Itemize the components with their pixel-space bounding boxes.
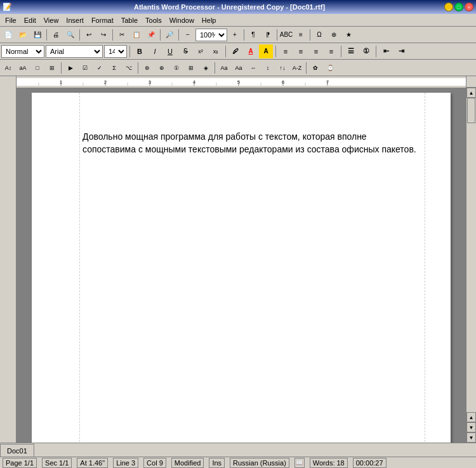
horizontal-ruler[interactable]: 1 2 3 4 5 6 7 (17, 76, 466, 88)
list-button[interactable]: ☰ (344, 44, 358, 58)
zoom-out-button[interactable]: − (181, 28, 195, 42)
menu-bar: File Edit View Insert Format Table Tools… (0, 14, 476, 27)
scroll-thumb[interactable] (467, 98, 475, 123)
close-button[interactable]: × (465, 3, 473, 11)
find-button[interactable]: 🔎 (162, 28, 176, 42)
extra-btn2[interactable]: ⊕ (327, 28, 341, 42)
fontcolor-button[interactable]: A (244, 44, 258, 58)
print-button[interactable]: 🖨 (49, 28, 63, 42)
menu-insert[interactable]: Insert (62, 15, 88, 25)
t3-btn14[interactable]: ◈ (199, 61, 213, 75)
t3-btn13[interactable]: ⊞ (184, 61, 198, 75)
subscript-button[interactable]: x₂ (209, 44, 223, 58)
copy-button[interactable]: 📋 (129, 28, 143, 42)
sep-fmt4 (341, 46, 341, 57)
save-button[interactable]: 💾 (30, 28, 44, 42)
style-select[interactable]: Normal (1, 45, 44, 58)
underline-button[interactable]: U (163, 44, 177, 58)
align-justify-button[interactable]: ≡ (324, 44, 338, 58)
bold-button[interactable]: B (133, 44, 147, 58)
sep2 (79, 29, 80, 41)
thesaurus-button[interactable]: ≡ (294, 28, 308, 42)
format-marks-button[interactable]: ⁋ (261, 28, 275, 42)
font-select[interactable]: Arial (46, 45, 103, 58)
svg-text:3: 3 (149, 79, 152, 85)
t3-btn4[interactable]: ⊞ (45, 61, 59, 75)
scroll-area[interactable]: Довольно мощная программа для работы с т… (17, 88, 466, 443)
t3-btn10[interactable]: ⊛ (140, 61, 154, 75)
numlist-button[interactable]: ① (359, 44, 373, 58)
scroll-track[interactable] (466, 98, 476, 412)
new-button[interactable]: 📄 (1, 28, 15, 42)
menu-edit[interactable]: Edit (20, 15, 40, 25)
undo-button[interactable]: ↩ (82, 28, 96, 42)
para-marks-button[interactable]: ¶ (246, 28, 260, 42)
t3-btn5[interactable]: ▶ (63, 61, 77, 75)
status-words: Words: 18 (310, 458, 348, 468)
italic-button[interactable]: I (148, 44, 162, 58)
t3-btn6[interactable]: ☑ (78, 61, 92, 75)
svg-text:7: 7 (326, 79, 329, 85)
menu-file[interactable]: File (1, 15, 20, 25)
indent-decrease-button[interactable]: ⇤ (379, 44, 393, 58)
doc-tab[interactable]: Doc01 (0, 444, 34, 457)
menu-help[interactable]: Help (198, 15, 220, 25)
t3-btn7[interactable]: ✓ (93, 61, 107, 75)
indent-increase-button[interactable]: ⇥ (394, 44, 408, 58)
align-right-button[interactable]: ≡ (309, 44, 323, 58)
t3-btn16[interactable]: Aa (232, 61, 246, 75)
t3-btn18[interactable]: ↕ (261, 61, 275, 75)
t3-btn2[interactable]: aA (16, 61, 30, 75)
redo-button[interactable]: ↪ (96, 28, 110, 42)
t3-btn19[interactable]: ↑↓ (275, 61, 289, 75)
ruler-scrollbar-top (466, 76, 476, 87)
menu-table[interactable]: Table (117, 15, 142, 25)
cut-button[interactable]: ✂ (115, 28, 129, 42)
t3-btn11[interactable]: ⊕ (155, 61, 169, 75)
bgcolor-button[interactable]: A (259, 44, 273, 58)
main-toolbar: 📄 📂 💾 🖨 🔍 ↩ ↪ ✂ 📋 📌 🔎 − 100% + ¶ ⁋ ABC ≡… (0, 27, 476, 43)
t3-btn1[interactable]: A↕ (1, 61, 15, 75)
highlight-button[interactable]: 🖊 (228, 44, 242, 58)
spell-button[interactable]: ABC (279, 28, 293, 42)
sep4 (160, 29, 161, 41)
zoom-in-button[interactable]: + (228, 28, 242, 42)
minimize-button[interactable]: _ (444, 3, 453, 11)
t3-btn20[interactable]: A-Z (290, 61, 304, 75)
title-bar: 📝 Atlantis Word Processor - Unregistered… (0, 0, 476, 14)
t3-btn3[interactable]: □ (30, 61, 44, 75)
t3-btn12[interactable]: ① (169, 61, 183, 75)
t3-btn8[interactable]: Σ (107, 61, 121, 75)
menu-window[interactable]: Window (166, 15, 198, 25)
zoom-select[interactable]: 100% (195, 29, 227, 41)
align-left-button[interactable]: ≡ (279, 44, 293, 58)
t3-btn17[interactable]: ↔ (246, 61, 260, 75)
extra-btn1[interactable]: Ω (312, 28, 326, 42)
t3-btn21[interactable]: ✿ (308, 61, 322, 75)
document-content[interactable]: Довольно мощная программа для работы с т… (83, 131, 419, 156)
svg-text:4: 4 (193, 79, 196, 85)
strikethrough-button[interactable]: S̶ (178, 44, 192, 58)
scroll-page-down-button[interactable]: ▼ (466, 422, 476, 432)
ruler-container: 1 2 3 4 5 6 7 (0, 76, 476, 88)
scroll-extra-buttons: ▲ ▼ (466, 412, 476, 432)
paste-button[interactable]: 📌 (144, 28, 158, 42)
scroll-up-button[interactable]: ▲ (466, 88, 476, 98)
t3-btn15[interactable]: Aa (217, 61, 231, 75)
menu-view[interactable]: View (40, 15, 63, 25)
menu-format[interactable]: Format (88, 15, 117, 25)
align-center-button[interactable]: ≡ (294, 44, 308, 58)
maximize-button[interactable]: □ (454, 3, 463, 11)
scroll-down-button[interactable]: ▼ (466, 432, 476, 443)
status-ins: Ins (209, 458, 225, 468)
open-button[interactable]: 📂 (16, 28, 30, 42)
extra-btn3[interactable]: ★ (341, 28, 355, 42)
scroll-page-up-button[interactable]: ▲ (466, 412, 476, 422)
size-select[interactable]: 14 (104, 45, 127, 58)
print-preview-button[interactable]: 🔍 (63, 28, 77, 42)
t3-btn9[interactable]: ⌥ (122, 61, 136, 75)
superscript-button[interactable]: x² (194, 44, 208, 58)
status-dict-icon: 📖 (294, 458, 305, 468)
t3-btn22[interactable]: ⌚ (323, 61, 337, 75)
menu-tools[interactable]: Tools (142, 15, 166, 25)
